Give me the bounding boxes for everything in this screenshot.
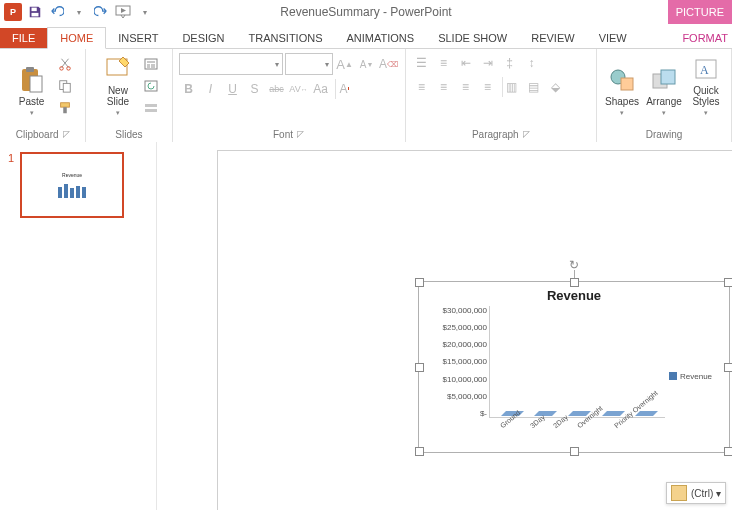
justify-button[interactable]: ≡	[478, 77, 498, 97]
undo-more-icon[interactable]: ▾	[70, 3, 88, 21]
resize-handle-s[interactable]	[570, 447, 579, 456]
start-slideshow-icon[interactable]	[114, 3, 132, 21]
svg-rect-23	[661, 70, 675, 84]
rotate-handle-icon[interactable]: ↻	[568, 258, 580, 270]
font-size-combo[interactable]	[285, 53, 333, 75]
align-left-button[interactable]: ≡	[412, 77, 432, 97]
svg-rect-15	[147, 64, 150, 68]
resize-handle-n[interactable]	[570, 278, 579, 287]
arrange-button[interactable]: Arrange▾	[643, 53, 685, 117]
slide-canvas[interactable]: ↻ Revenue $30,000,000$25,000,000$20,000,…	[217, 150, 732, 510]
group-label-clipboard: Clipboard	[16, 129, 59, 140]
char-spacing-button[interactable]: AV↔	[289, 79, 309, 99]
tab-insert[interactable]: INSERT	[106, 28, 170, 48]
bullets-button[interactable]: ☰	[412, 53, 432, 73]
slide-thumbnail-panel: 1 Revenue	[0, 142, 157, 510]
tab-slideshow[interactable]: SLIDE SHOW	[426, 28, 519, 48]
tab-design[interactable]: DESIGN	[170, 28, 236, 48]
change-case-button[interactable]: Aa	[311, 79, 331, 99]
svg-rect-21	[621, 78, 633, 90]
copy-icon[interactable]	[56, 77, 74, 95]
italic-button[interactable]: I	[201, 79, 221, 99]
quick-access-toolbar: P ▾ ▾	[0, 0, 154, 24]
clipboard-dialog-launcher-icon[interactable]: ◸	[63, 129, 70, 139]
resize-handle-nw[interactable]	[415, 278, 424, 287]
chart-legend: Revenue	[669, 306, 723, 446]
resize-handle-ne[interactable]	[724, 278, 732, 287]
contextual-tab-picture[interactable]: PICTURE	[668, 0, 732, 24]
slide-editor[interactable]: ↻ Revenue $30,000,000$25,000,000$20,000,…	[157, 142, 732, 510]
quick-styles-button[interactable]: A Quick Styles▾	[687, 53, 725, 117]
align-text-button[interactable]: ▤	[524, 77, 544, 97]
chart-object[interactable]: ↻ Revenue $30,000,000$25,000,000$20,000,…	[418, 281, 730, 453]
chart: Revenue $30,000,000$25,000,000$20,000,00…	[425, 288, 723, 446]
paste-options-float[interactable]: (Ctrl) ▾	[666, 482, 726, 504]
paragraph-dialog-launcher-icon[interactable]: ◸	[523, 129, 530, 139]
clear-formatting-button[interactable]: A⌫	[379, 54, 399, 74]
svg-rect-18	[145, 104, 157, 107]
resize-handle-sw[interactable]	[415, 447, 424, 456]
group-paragraph: ☰ ≡ ⇤ ⇥ ‡ ↕ ≡ ≡ ≡ ≡ ▥ ▤ ⬙ Paragraph◸	[406, 49, 597, 143]
shadow-button[interactable]: S	[245, 79, 265, 99]
chart-xaxis: Ground3Day2DayOvernightPriority Overnigh…	[489, 418, 665, 446]
quick-styles-icon: A	[692, 55, 720, 83]
text-direction-button[interactable]: ↕	[522, 53, 542, 73]
grow-font-button[interactable]: A▲	[335, 54, 355, 74]
align-center-button[interactable]: ≡	[434, 77, 454, 97]
chart-plot: $30,000,000$25,000,000$20,000,000$15,000…	[429, 306, 669, 446]
shrink-font-button[interactable]: A▼	[357, 54, 377, 74]
columns-button[interactable]: ▥	[502, 77, 522, 97]
resize-handle-w[interactable]	[415, 363, 424, 372]
paste-icon	[18, 66, 46, 94]
bold-button[interactable]: B	[179, 79, 199, 99]
tab-transitions[interactable]: TRANSITIONS	[237, 28, 335, 48]
tab-format[interactable]: FORMAT	[670, 28, 732, 48]
underline-button[interactable]: U	[223, 79, 243, 99]
redo-icon[interactable]	[92, 3, 110, 21]
new-slide-button[interactable]: New Slide ▾	[98, 53, 138, 117]
font-name-combo[interactable]	[179, 53, 283, 75]
paste-button[interactable]: Paste ▾	[12, 53, 52, 117]
chart-yaxis: $30,000,000$25,000,000$20,000,000$15,000…	[429, 306, 487, 418]
tab-animations[interactable]: ANIMATIONS	[335, 28, 427, 48]
tab-view[interactable]: VIEW	[587, 28, 639, 48]
new-slide-icon	[104, 55, 132, 83]
group-label-slides: Slides	[115, 129, 142, 140]
svg-rect-1	[32, 13, 39, 17]
reset-icon[interactable]	[142, 77, 160, 95]
legend-label: Revenue	[680, 372, 712, 381]
ribbon: Paste ▾ Clipboard◸ New Slide ▾ S	[0, 49, 732, 144]
shapes-button[interactable]: Shapes▾	[603, 53, 641, 117]
shapes-icon	[608, 66, 636, 94]
line-spacing-button[interactable]: ‡	[500, 53, 520, 73]
font-dialog-launcher-icon[interactable]: ◸	[297, 129, 304, 139]
qat-customize-icon[interactable]: ▾	[136, 3, 154, 21]
resize-handle-se[interactable]	[724, 447, 732, 456]
cut-icon[interactable]	[56, 55, 74, 73]
font-color-button[interactable]: A	[335, 79, 355, 99]
slide-number: 1	[8, 152, 14, 218]
tab-review[interactable]: REVIEW	[519, 28, 586, 48]
group-font: A▲ A▼ A⌫ B I U S abc AV↔ Aa A Font◸	[173, 49, 406, 143]
smartart-button[interactable]: ⬙	[546, 77, 566, 97]
tab-file[interactable]: FILE	[0, 28, 47, 48]
paste-options-icon	[671, 485, 687, 501]
numbering-button[interactable]: ≡	[434, 53, 454, 73]
align-right-button[interactable]: ≡	[456, 77, 476, 97]
tab-home[interactable]: HOME	[47, 27, 106, 49]
layout-icon[interactable]	[142, 55, 160, 73]
legend-swatch	[669, 372, 677, 380]
strike-button[interactable]: abc	[267, 79, 287, 99]
resize-handle-e[interactable]	[724, 363, 732, 372]
arrange-icon	[650, 66, 678, 94]
decrease-indent-button[interactable]: ⇤	[456, 53, 476, 73]
thumbnail-preview: Revenue	[42, 167, 102, 203]
save-icon[interactable]	[26, 3, 44, 21]
undo-icon[interactable]	[48, 3, 66, 21]
section-icon[interactable]	[142, 99, 160, 117]
increase-indent-button[interactable]: ⇥	[478, 53, 498, 73]
svg-rect-10	[60, 103, 69, 107]
format-painter-icon[interactable]	[56, 99, 74, 117]
group-slides: New Slide ▾ Slides	[86, 49, 172, 143]
slide-thumbnail-1[interactable]: Revenue	[20, 152, 124, 218]
